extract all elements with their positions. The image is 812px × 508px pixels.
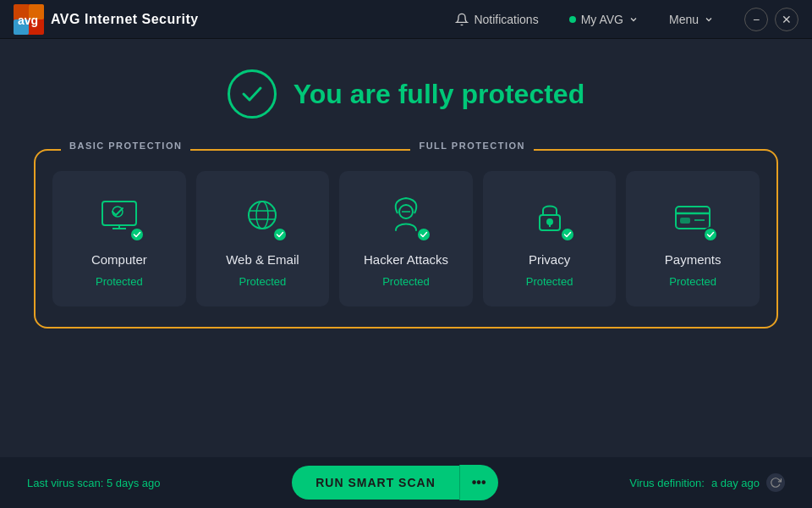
title-bar: avg AVG Internet Security Notifications … <box>0 0 812 39</box>
scan-more-button[interactable]: ••• <box>459 465 498 500</box>
web-email-card-name: Web & Email <box>226 252 299 267</box>
payments-card-name: Payments <box>665 252 721 267</box>
computer-icon-wrap <box>92 190 146 244</box>
payments-card-status: Protected <box>669 275 716 288</box>
hacker-attacks-icon-wrap <box>379 190 433 244</box>
avg-logo-icon: avg <box>14 4 44 35</box>
checkmark-icon <box>240 82 264 106</box>
bell-icon <box>455 13 469 26</box>
basic-protection-label: BASIC PROTECTION <box>61 141 190 151</box>
check-icon <box>706 230 715 239</box>
close-button[interactable]: ✕ <box>775 8 798 31</box>
last-scan-info: Last virus scan: 5 days ago <box>27 477 161 489</box>
status-circle <box>228 69 277 119</box>
section-labels: BASIC PROTECTION FULL PROTECTION <box>61 141 534 151</box>
svg-rect-6 <box>102 202 136 225</box>
web-email-card[interactable]: Web & Email Protected <box>196 171 330 306</box>
bottom-bar: Last virus scan: 5 days ago RUN SMART SC… <box>0 457 812 508</box>
svg-point-9 <box>112 207 123 217</box>
payments-icon-wrap <box>666 190 720 244</box>
title-bar-right: Notifications My AVG Menu − ✕ <box>448 8 798 31</box>
refresh-button[interactable] <box>766 473 785 492</box>
menu-button[interactable]: Menu <box>662 9 721 30</box>
web-email-card-status: Protected <box>239 275 287 288</box>
check-icon <box>563 230 572 239</box>
privacy-check-badge <box>560 227 575 242</box>
svg-rect-21 <box>681 218 689 223</box>
computer-card-status: Protected <box>96 275 143 288</box>
privacy-icon-wrap <box>523 190 577 244</box>
status-message: You are fully protected <box>294 79 584 110</box>
svg-point-11 <box>256 202 268 229</box>
payments-card[interactable]: Payments Protected <box>626 171 760 306</box>
check-icon <box>276 230 284 239</box>
computer-check-badge <box>129 227 145 242</box>
svg-rect-19 <box>676 207 710 229</box>
hacker-card-status: Protected <box>382 275 430 288</box>
full-protection-label: FULL PROTECTION <box>410 141 534 151</box>
refresh-icon <box>770 477 782 489</box>
hacker-check-badge <box>416 227 431 242</box>
main-content: You are fully protected BASIC PROTECTION… <box>0 39 812 349</box>
scan-buttons: RUN SMART SCAN ••• <box>292 465 497 500</box>
protection-cards-container: BASIC PROTECTION FULL PROTECTION <box>34 149 778 329</box>
logo-area: avg AVG Internet Security <box>14 4 448 35</box>
window-controls: − ✕ <box>744 8 798 31</box>
run-smart-scan-button[interactable]: RUN SMART SCAN <box>292 466 459 500</box>
privacy-card-name: Privacy <box>529 252 570 267</box>
check-icon <box>133 230 141 239</box>
cards-row: Computer Protected <box>52 171 760 306</box>
hacker-card-name: Hacker Attacks <box>364 252 448 267</box>
notifications-button[interactable]: Notifications <box>448 9 545 30</box>
app-title: AVG Internet Security <box>51 12 199 27</box>
svg-point-17 <box>547 219 552 224</box>
computer-card-name: Computer <box>91 252 147 267</box>
chevron-down-icon-menu <box>704 14 714 25</box>
status-dot <box>569 16 576 23</box>
privacy-card-status: Protected <box>526 275 573 288</box>
myavg-button[interactable]: My AVG <box>562 9 645 30</box>
svg-text:avg: avg <box>18 14 38 27</box>
chevron-down-icon <box>628 14 639 25</box>
computer-card[interactable]: Computer Protected <box>52 171 186 306</box>
check-icon <box>420 230 428 239</box>
svg-point-10 <box>249 202 276 229</box>
web-email-icon-wrap <box>235 190 289 244</box>
privacy-card[interactable]: Privacy Protected <box>483 171 617 306</box>
virus-definition-info: Virus definition: a day ago <box>629 473 785 492</box>
status-section: You are fully protected <box>228 69 584 119</box>
minimize-button[interactable]: − <box>744 8 768 31</box>
hacker-attacks-card[interactable]: Hacker Attacks Protected <box>339 171 473 306</box>
